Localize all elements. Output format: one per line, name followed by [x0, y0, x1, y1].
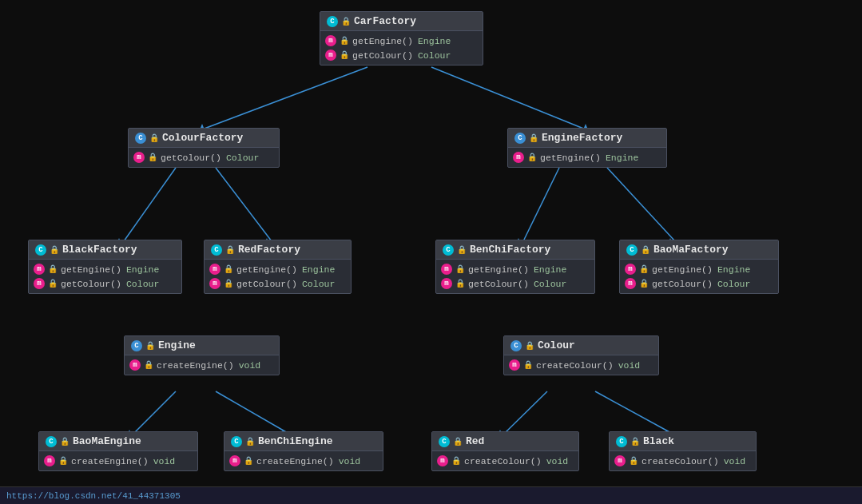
- lock-icon: 🔒: [523, 360, 533, 370]
- method-row: m 🔒 getEngine() Engine: [513, 150, 661, 165]
- method-icon: m: [441, 264, 452, 275]
- method-row: m 🔒 getColour() Colour: [441, 276, 590, 291]
- class-icon-BenChiEngine: C: [231, 436, 242, 447]
- method-row: m 🔒 createColour() void: [437, 454, 574, 468]
- box-BenChiFactory[interactable]: C 🔒 BenChiFactory m 🔒 getEngine() Engine…: [435, 240, 595, 294]
- return-type: void: [239, 360, 261, 371]
- box-Red[interactable]: C 🔒 Red m 🔒 createColour() void: [431, 431, 579, 471]
- method-row: m 🔒 createEngine() void: [229, 454, 378, 468]
- method-row: m 🔒 createColour() void: [509, 358, 653, 372]
- class-icon-RedFactory: C: [211, 244, 222, 256]
- method-text: createColour(): [464, 456, 542, 466]
- header-RedFactory: C 🔒 RedFactory: [205, 240, 351, 260]
- lock-icon-Colour: 🔒: [525, 341, 534, 351]
- box-BlackFactory[interactable]: C 🔒 BlackFactory m 🔒 getEngine() Engine …: [28, 240, 182, 294]
- class-icon-Red: C: [439, 436, 450, 447]
- class-icon-Colour: C: [510, 340, 522, 351]
- lock-icon-CarFactory: 🔒: [341, 17, 351, 26]
- method-icon: m: [625, 264, 636, 275]
- lock-icon-BlackFactory: 🔒: [50, 245, 59, 255]
- svg-line-10: [607, 168, 675, 241]
- box-ColourFactory[interactable]: C 🔒 ColourFactory m 🔒 getColour() Colour: [128, 128, 280, 168]
- body-BenChiFactory: m 🔒 getEngine() Engine m 🔒 getColour() C…: [436, 260, 594, 293]
- method-row: m 🔒 getEngine() Engine: [34, 262, 177, 276]
- method-row: m 🔒 getColour() Colour: [34, 276, 177, 291]
- method-row: m 🔒 createEngine() void: [44, 454, 193, 468]
- method-text: getEngine(): [61, 264, 121, 275]
- class-icon-BlackFactory: C: [35, 244, 46, 256]
- method-text: createEngine(): [256, 456, 334, 466]
- tooltip-url: https://blog.csdn.net/41_44371305: [6, 491, 181, 501]
- classname-Red: Red: [466, 435, 484, 447]
- svg-line-18: [595, 391, 671, 433]
- box-BaoMaEngine[interactable]: C 🔒 BaoMaEngine m 🔒 createEngine() void: [38, 431, 198, 471]
- lock-icon: 🔒: [639, 279, 649, 288]
- classname-Engine: Engine: [158, 339, 196, 351]
- header-Red: C 🔒 Red: [432, 432, 578, 451]
- method-icon: m: [44, 455, 55, 466]
- lock-icon: 🔒: [527, 153, 537, 162]
- method-text: createColour(): [642, 456, 719, 466]
- body-Black: m 🔒 createColour() void: [610, 451, 756, 470]
- lock-icon: 🔒: [244, 456, 253, 466]
- return-type: Engine: [534, 264, 566, 275]
- classname-RedFactory: RedFactory: [238, 244, 300, 256]
- classname-BlackFactory: BlackFactory: [62, 244, 137, 256]
- method-text: createEngine(): [71, 456, 149, 466]
- lock-icon: 🔒: [144, 360, 153, 370]
- class-icon-CarFactory: C: [327, 16, 338, 27]
- lock-icon-BaoMaEngine: 🔒: [60, 437, 70, 446]
- body-Engine: m 🔒 createEngine() void: [125, 355, 279, 375]
- header-CarFactory: C 🔒 CarFactory: [320, 12, 483, 31]
- method-text: getEngine(): [652, 264, 713, 275]
- method-text: getColour(): [61, 279, 121, 289]
- box-BaoMaFactory[interactable]: C 🔒 BaoMaFactory m 🔒 getEngine() Engine …: [619, 240, 779, 294]
- svg-line-2: [431, 67, 586, 129]
- lock-icon-EngineFactory: 🔒: [529, 133, 538, 143]
- return-type: Colour: [418, 50, 451, 61]
- lock-icon: 🔒: [455, 264, 465, 274]
- classname-Colour: Colour: [538, 339, 575, 351]
- header-Colour: C 🔒 Colour: [504, 336, 658, 355]
- header-BlackFactory: C 🔒 BlackFactory: [29, 240, 181, 260]
- lock-icon-Engine: 🔒: [145, 341, 155, 351]
- svg-line-6: [216, 168, 272, 241]
- return-type: Engine: [418, 36, 451, 46]
- lock-icon-Red: 🔒: [453, 437, 463, 446]
- lock-icon-BenChiFactory: 🔒: [457, 245, 467, 255]
- method-row: m 🔒 getColour() Colour: [133, 150, 274, 165]
- method-text: getColour(): [352, 50, 413, 61]
- return-type: Colour: [717, 279, 750, 289]
- lock-icon: 🔒: [58, 456, 68, 466]
- box-BenChiEngine[interactable]: C 🔒 BenChiEngine m 🔒 createEngine() void: [224, 431, 383, 471]
- return-type: void: [724, 456, 746, 466]
- method-icon: m: [209, 264, 220, 275]
- box-EngineFactory[interactable]: C 🔒 EngineFactory m 🔒 getEngine() Engine: [507, 128, 667, 168]
- return-type: Colour: [226, 153, 259, 163]
- classname-BenChiEngine: BenChiEngine: [258, 435, 333, 447]
- svg-line-0: [202, 67, 367, 129]
- box-Engine[interactable]: C 🔒 Engine m 🔒 createEngine() void: [124, 335, 280, 375]
- lock-icon: 🔒: [639, 264, 649, 274]
- method-text: createColour(): [536, 360, 614, 371]
- return-type: Colour: [534, 279, 566, 289]
- box-Colour[interactable]: C 🔒 Colour m 🔒 createColour() void: [503, 335, 659, 375]
- body-BlackFactory: m 🔒 getEngine() Engine m 🔒 getColour() C…: [29, 260, 181, 293]
- box-RedFactory[interactable]: C 🔒 RedFactory m 🔒 getEngine() Engine m …: [204, 240, 352, 294]
- svg-line-16: [505, 391, 547, 433]
- box-CarFactory[interactable]: C 🔒 CarFactory m 🔒 getEngine() Engine m …: [320, 11, 483, 65]
- method-text: getEngine(): [540, 153, 601, 163]
- method-icon: m: [437, 455, 448, 466]
- method-text: getColour(): [468, 279, 529, 289]
- method-row: m 🔒 createColour() void: [614, 454, 751, 468]
- box-Black[interactable]: C 🔒 Black m 🔒 createColour() void: [609, 431, 757, 471]
- method-row: m 🔒 getEngine() Engine: [325, 34, 478, 48]
- header-BenChiEngine: C 🔒 BenChiEngine: [224, 432, 383, 451]
- body-Red: m 🔒 createColour() void: [432, 451, 578, 470]
- lock-icon-RedFactory: 🔒: [225, 245, 235, 255]
- header-Engine: C 🔒 Engine: [125, 336, 279, 355]
- lock-icon: 🔒: [455, 279, 465, 288]
- class-icon-BaoMaFactory: C: [626, 244, 638, 256]
- method-icon: m: [325, 50, 336, 61]
- method-row: m 🔒 getColour() Colour: [625, 276, 773, 291]
